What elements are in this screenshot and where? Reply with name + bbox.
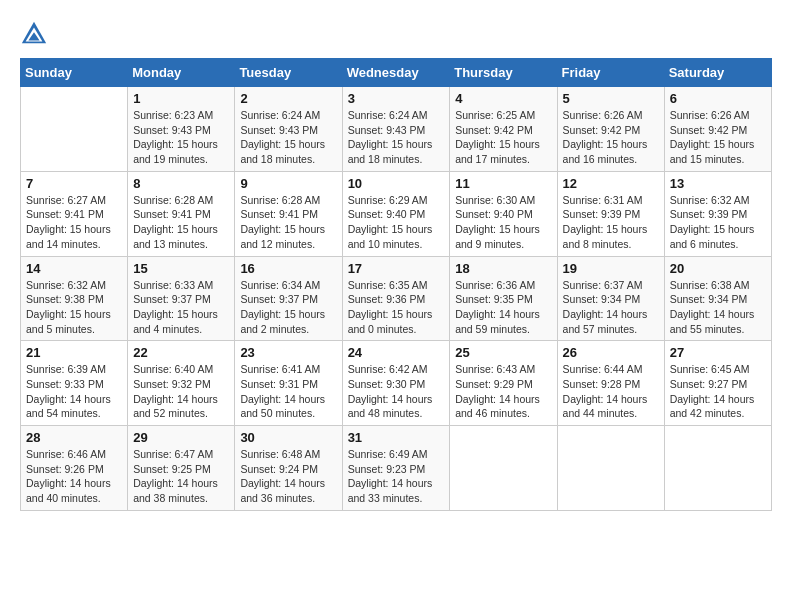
day-info: Sunrise: 6:46 AMSunset: 9:26 PMDaylight:…	[26, 447, 122, 506]
calendar-cell	[450, 426, 557, 511]
calendar-day-header: Thursday	[450, 59, 557, 87]
day-info: Sunrise: 6:32 AMSunset: 9:39 PMDaylight:…	[670, 193, 766, 252]
calendar-week-row: 28Sunrise: 6:46 AMSunset: 9:26 PMDayligh…	[21, 426, 772, 511]
day-number: 4	[455, 91, 551, 106]
day-info: Sunrise: 6:25 AMSunset: 9:42 PMDaylight:…	[455, 108, 551, 167]
calendar-cell: 3Sunrise: 6:24 AMSunset: 9:43 PMDaylight…	[342, 87, 450, 172]
calendar-day-header: Tuesday	[235, 59, 342, 87]
day-info: Sunrise: 6:47 AMSunset: 9:25 PMDaylight:…	[133, 447, 229, 506]
day-number: 23	[240, 345, 336, 360]
day-number: 24	[348, 345, 445, 360]
day-number: 16	[240, 261, 336, 276]
day-info: Sunrise: 6:34 AMSunset: 9:37 PMDaylight:…	[240, 278, 336, 337]
logo-icon	[20, 20, 48, 48]
day-number: 7	[26, 176, 122, 191]
logo	[20, 20, 52, 48]
page-header	[20, 20, 772, 48]
calendar-cell: 25Sunrise: 6:43 AMSunset: 9:29 PMDayligh…	[450, 341, 557, 426]
day-number: 2	[240, 91, 336, 106]
calendar-cell	[557, 426, 664, 511]
day-number: 22	[133, 345, 229, 360]
day-number: 13	[670, 176, 766, 191]
day-number: 15	[133, 261, 229, 276]
calendar-cell: 9Sunrise: 6:28 AMSunset: 9:41 PMDaylight…	[235, 171, 342, 256]
calendar-cell: 5Sunrise: 6:26 AMSunset: 9:42 PMDaylight…	[557, 87, 664, 172]
day-info: Sunrise: 6:24 AMSunset: 9:43 PMDaylight:…	[240, 108, 336, 167]
calendar-week-row: 1Sunrise: 6:23 AMSunset: 9:43 PMDaylight…	[21, 87, 772, 172]
day-info: Sunrise: 6:30 AMSunset: 9:40 PMDaylight:…	[455, 193, 551, 252]
calendar-cell: 27Sunrise: 6:45 AMSunset: 9:27 PMDayligh…	[664, 341, 771, 426]
calendar-cell: 16Sunrise: 6:34 AMSunset: 9:37 PMDayligh…	[235, 256, 342, 341]
day-info: Sunrise: 6:41 AMSunset: 9:31 PMDaylight:…	[240, 362, 336, 421]
day-info: Sunrise: 6:37 AMSunset: 9:34 PMDaylight:…	[563, 278, 659, 337]
day-number: 20	[670, 261, 766, 276]
calendar-cell: 26Sunrise: 6:44 AMSunset: 9:28 PMDayligh…	[557, 341, 664, 426]
day-number: 11	[455, 176, 551, 191]
day-info: Sunrise: 6:31 AMSunset: 9:39 PMDaylight:…	[563, 193, 659, 252]
calendar-cell: 2Sunrise: 6:24 AMSunset: 9:43 PMDaylight…	[235, 87, 342, 172]
day-info: Sunrise: 6:48 AMSunset: 9:24 PMDaylight:…	[240, 447, 336, 506]
calendar-cell: 12Sunrise: 6:31 AMSunset: 9:39 PMDayligh…	[557, 171, 664, 256]
day-number: 29	[133, 430, 229, 445]
calendar-cell: 22Sunrise: 6:40 AMSunset: 9:32 PMDayligh…	[128, 341, 235, 426]
calendar-cell: 6Sunrise: 6:26 AMSunset: 9:42 PMDaylight…	[664, 87, 771, 172]
calendar-cell: 18Sunrise: 6:36 AMSunset: 9:35 PMDayligh…	[450, 256, 557, 341]
calendar-cell: 10Sunrise: 6:29 AMSunset: 9:40 PMDayligh…	[342, 171, 450, 256]
day-number: 18	[455, 261, 551, 276]
day-number: 1	[133, 91, 229, 106]
calendar-cell: 4Sunrise: 6:25 AMSunset: 9:42 PMDaylight…	[450, 87, 557, 172]
calendar-cell: 21Sunrise: 6:39 AMSunset: 9:33 PMDayligh…	[21, 341, 128, 426]
day-number: 19	[563, 261, 659, 276]
day-number: 21	[26, 345, 122, 360]
day-info: Sunrise: 6:32 AMSunset: 9:38 PMDaylight:…	[26, 278, 122, 337]
calendar-cell: 28Sunrise: 6:46 AMSunset: 9:26 PMDayligh…	[21, 426, 128, 511]
calendar-cell: 8Sunrise: 6:28 AMSunset: 9:41 PMDaylight…	[128, 171, 235, 256]
calendar-cell: 29Sunrise: 6:47 AMSunset: 9:25 PMDayligh…	[128, 426, 235, 511]
day-info: Sunrise: 6:27 AMSunset: 9:41 PMDaylight:…	[26, 193, 122, 252]
calendar-cell: 14Sunrise: 6:32 AMSunset: 9:38 PMDayligh…	[21, 256, 128, 341]
calendar-cell: 15Sunrise: 6:33 AMSunset: 9:37 PMDayligh…	[128, 256, 235, 341]
day-info: Sunrise: 6:38 AMSunset: 9:34 PMDaylight:…	[670, 278, 766, 337]
day-number: 31	[348, 430, 445, 445]
day-info: Sunrise: 6:26 AMSunset: 9:42 PMDaylight:…	[563, 108, 659, 167]
calendar-day-header: Monday	[128, 59, 235, 87]
day-number: 28	[26, 430, 122, 445]
calendar-cell	[21, 87, 128, 172]
day-number: 5	[563, 91, 659, 106]
day-number: 9	[240, 176, 336, 191]
day-info: Sunrise: 6:28 AMSunset: 9:41 PMDaylight:…	[240, 193, 336, 252]
calendar-week-row: 21Sunrise: 6:39 AMSunset: 9:33 PMDayligh…	[21, 341, 772, 426]
calendar-cell: 1Sunrise: 6:23 AMSunset: 9:43 PMDaylight…	[128, 87, 235, 172]
day-info: Sunrise: 6:23 AMSunset: 9:43 PMDaylight:…	[133, 108, 229, 167]
day-number: 10	[348, 176, 445, 191]
calendar-cell: 11Sunrise: 6:30 AMSunset: 9:40 PMDayligh…	[450, 171, 557, 256]
day-number: 3	[348, 91, 445, 106]
calendar-day-header: Wednesday	[342, 59, 450, 87]
day-info: Sunrise: 6:36 AMSunset: 9:35 PMDaylight:…	[455, 278, 551, 337]
day-number: 14	[26, 261, 122, 276]
calendar-cell: 17Sunrise: 6:35 AMSunset: 9:36 PMDayligh…	[342, 256, 450, 341]
day-number: 17	[348, 261, 445, 276]
calendar-table: SundayMondayTuesdayWednesdayThursdayFrid…	[20, 58, 772, 511]
calendar-cell: 20Sunrise: 6:38 AMSunset: 9:34 PMDayligh…	[664, 256, 771, 341]
calendar-header-row: SundayMondayTuesdayWednesdayThursdayFrid…	[21, 59, 772, 87]
day-number: 8	[133, 176, 229, 191]
calendar-cell: 19Sunrise: 6:37 AMSunset: 9:34 PMDayligh…	[557, 256, 664, 341]
day-info: Sunrise: 6:29 AMSunset: 9:40 PMDaylight:…	[348, 193, 445, 252]
day-info: Sunrise: 6:26 AMSunset: 9:42 PMDaylight:…	[670, 108, 766, 167]
calendar-cell: 30Sunrise: 6:48 AMSunset: 9:24 PMDayligh…	[235, 426, 342, 511]
calendar-cell: 24Sunrise: 6:42 AMSunset: 9:30 PMDayligh…	[342, 341, 450, 426]
day-info: Sunrise: 6:28 AMSunset: 9:41 PMDaylight:…	[133, 193, 229, 252]
day-info: Sunrise: 6:24 AMSunset: 9:43 PMDaylight:…	[348, 108, 445, 167]
day-number: 26	[563, 345, 659, 360]
calendar-cell: 13Sunrise: 6:32 AMSunset: 9:39 PMDayligh…	[664, 171, 771, 256]
calendar-cell: 31Sunrise: 6:49 AMSunset: 9:23 PMDayligh…	[342, 426, 450, 511]
calendar-cell	[664, 426, 771, 511]
calendar-day-header: Friday	[557, 59, 664, 87]
day-number: 25	[455, 345, 551, 360]
calendar-cell: 23Sunrise: 6:41 AMSunset: 9:31 PMDayligh…	[235, 341, 342, 426]
day-info: Sunrise: 6:39 AMSunset: 9:33 PMDaylight:…	[26, 362, 122, 421]
calendar-day-header: Saturday	[664, 59, 771, 87]
day-info: Sunrise: 6:49 AMSunset: 9:23 PMDaylight:…	[348, 447, 445, 506]
day-info: Sunrise: 6:35 AMSunset: 9:36 PMDaylight:…	[348, 278, 445, 337]
